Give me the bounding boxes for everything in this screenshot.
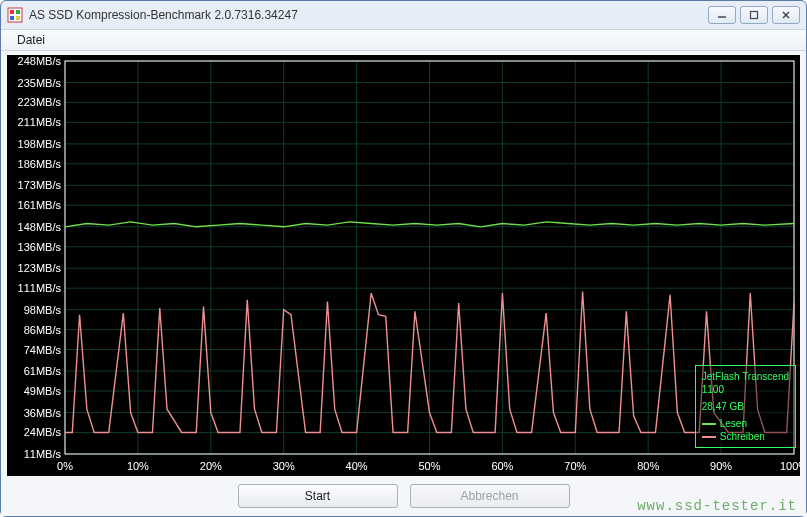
svg-text:74MB/s: 74MB/s — [24, 344, 62, 356]
svg-text:61MB/s: 61MB/s — [24, 365, 62, 377]
legend-device-line2: 1100 — [702, 383, 789, 396]
app-icon — [7, 7, 23, 23]
svg-text:186MB/s: 186MB/s — [18, 158, 62, 170]
legend-device-line1: JetFlash Transcend — [702, 370, 789, 383]
menubar: Datei — [1, 29, 806, 51]
svg-text:86MB/s: 86MB/s — [24, 324, 62, 336]
menu-file[interactable]: Datei — [11, 31, 51, 49]
svg-rect-4 — [16, 16, 20, 20]
close-button[interactable] — [772, 6, 800, 24]
chart: 248MB/s235MB/s223MB/s211MB/s198MB/s186MB… — [7, 55, 800, 476]
svg-text:111MB/s: 111MB/s — [18, 282, 62, 294]
svg-text:198MB/s: 198MB/s — [18, 138, 62, 150]
svg-text:0%: 0% — [57, 460, 73, 472]
legend-read-row: Lesen — [702, 417, 789, 430]
svg-text:10%: 10% — [127, 460, 149, 472]
chart-canvas: 248MB/s235MB/s223MB/s211MB/s198MB/s186MB… — [7, 55, 800, 476]
svg-text:80%: 80% — [637, 460, 659, 472]
svg-rect-2 — [16, 10, 20, 14]
svg-text:50%: 50% — [418, 460, 440, 472]
svg-rect-3 — [10, 16, 14, 20]
svg-text:98MB/s: 98MB/s — [24, 304, 62, 316]
legend-read-label: Lesen — [720, 417, 747, 430]
svg-text:40%: 40% — [346, 460, 368, 472]
legend: JetFlash Transcend 1100 28,47 GB Lesen S… — [695, 365, 796, 448]
start-button[interactable]: Start — [238, 484, 398, 508]
svg-text:223MB/s: 223MB/s — [18, 96, 62, 108]
svg-text:90%: 90% — [710, 460, 732, 472]
svg-text:11MB/s: 11MB/s — [24, 448, 62, 460]
svg-text:100%: 100% — [780, 460, 800, 472]
minimize-button[interactable] — [708, 6, 736, 24]
svg-text:70%: 70% — [564, 460, 586, 472]
svg-rect-1 — [10, 10, 14, 14]
legend-write-row: Schreiben — [702, 430, 789, 443]
svg-text:235MB/s: 235MB/s — [18, 77, 62, 89]
button-row: Start Abbrechen — [7, 476, 800, 510]
maximize-button[interactable] — [740, 6, 768, 24]
abort-button[interactable]: Abbrechen — [410, 484, 570, 508]
svg-text:211MB/s: 211MB/s — [18, 116, 62, 128]
legend-capacity: 28,47 GB — [702, 400, 789, 413]
svg-text:49MB/s: 49MB/s — [24, 385, 62, 397]
svg-text:136MB/s: 136MB/s — [18, 241, 62, 253]
svg-text:24MB/s: 24MB/s — [24, 426, 62, 438]
window-controls — [708, 6, 800, 24]
client-area: 248MB/s235MB/s223MB/s211MB/s198MB/s186MB… — [1, 51, 806, 516]
legend-write-label: Schreiben — [720, 430, 765, 443]
titlebar: AS SSD Kompression-Benchmark 2.0.7316.34… — [1, 1, 806, 29]
svg-text:20%: 20% — [200, 460, 222, 472]
svg-text:36MB/s: 36MB/s — [24, 407, 62, 419]
svg-text:161MB/s: 161MB/s — [18, 199, 62, 211]
app-window: AS SSD Kompression-Benchmark 2.0.7316.34… — [0, 0, 807, 517]
svg-text:30%: 30% — [273, 460, 295, 472]
svg-text:123MB/s: 123MB/s — [18, 262, 62, 274]
legend-read-swatch — [702, 423, 716, 425]
svg-rect-6 — [751, 12, 758, 19]
svg-text:248MB/s: 248MB/s — [18, 55, 62, 67]
window-title: AS SSD Kompression-Benchmark 2.0.7316.34… — [29, 8, 708, 22]
svg-text:173MB/s: 173MB/s — [18, 179, 62, 191]
legend-write-swatch — [702, 436, 716, 438]
svg-text:60%: 60% — [491, 460, 513, 472]
svg-text:148MB/s: 148MB/s — [18, 221, 62, 233]
